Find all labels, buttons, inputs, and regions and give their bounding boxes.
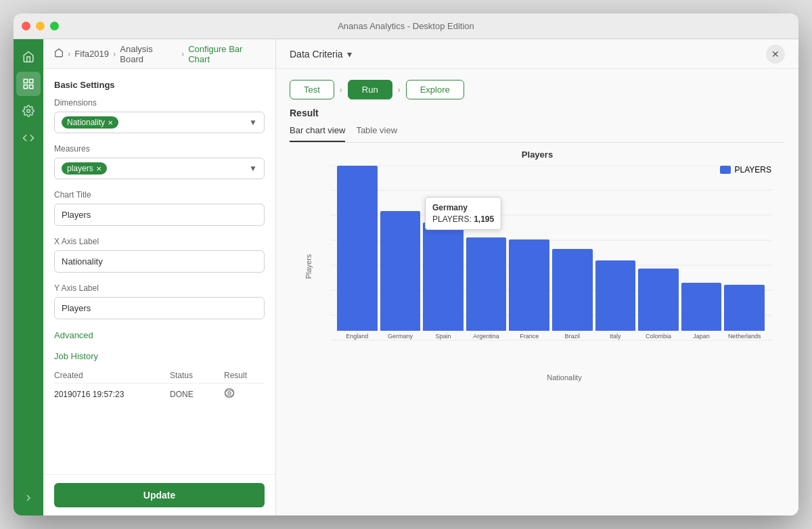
- sidebar-icon-code[interactable]: [16, 126, 41, 150]
- measure-tag-label: players: [67, 164, 93, 173]
- y-axis-group: Y Axis Label: [54, 283, 265, 319]
- bar-france[interactable]: [509, 239, 549, 331]
- sidebar-icon-chart[interactable]: [16, 72, 41, 96]
- svg-point-4: [27, 110, 30, 113]
- update-button-wrap: Update: [43, 474, 275, 515]
- measures-arrow: ▼: [249, 164, 257, 173]
- explore-button[interactable]: Explore: [406, 80, 464, 99]
- job-created: 20190716 19:57:23: [54, 390, 170, 399]
- svg-rect-1: [30, 79, 33, 83]
- test-button[interactable]: Test: [290, 80, 334, 99]
- chart-title-group: Chart Title: [54, 190, 265, 226]
- sidebar-icon-settings[interactable]: [16, 99, 41, 123]
- bar-germany[interactable]: [380, 211, 421, 331]
- bar-netherlands[interactable]: [724, 285, 765, 331]
- data-criteria: Data Criteria ▾: [290, 49, 352, 60]
- sidebar-icon-home[interactable]: [16, 45, 41, 69]
- dimensions-dropdown[interactable]: Nationality ✕ ▼: [54, 112, 265, 133]
- bars-area: EnglandGermanySpainArgentinaFranceBrazil…: [330, 165, 771, 340]
- bar-label-brazil: Brazil: [565, 333, 581, 340]
- bar-argentina[interactable]: [466, 237, 507, 331]
- breadcrumb-home[interactable]: [54, 48, 64, 60]
- pipeline: Test › Run › Explore: [276, 69, 798, 108]
- left-content: Basic Settings Dimensions Nationality ✕ …: [43, 69, 275, 474]
- left-panel: › Fifa2019 › Analysis Board › Configure …: [43, 39, 276, 515]
- bar-label-italy: Italy: [610, 333, 621, 340]
- job-result-icon[interactable]: [224, 388, 265, 400]
- result-label: Result: [290, 108, 785, 118]
- tab-bar-chart[interactable]: Bar chart view: [290, 125, 345, 142]
- x-axis-label: Nationality: [357, 373, 771, 382]
- basic-settings-title: Basic Settings: [54, 80, 265, 90]
- bar-col-japan: Japan: [681, 165, 722, 340]
- x-axis-input[interactable]: [54, 250, 265, 273]
- job-table-row: 20190716 19:57:23 DONE: [54, 384, 265, 405]
- measures-dropdown[interactable]: players ✕ ▼: [54, 158, 265, 179]
- measures-label: Measures: [54, 144, 265, 154]
- svg-rect-2: [24, 85, 27, 89]
- bar-brazil[interactable]: [552, 249, 593, 331]
- dimensions-label: Dimensions: [54, 98, 265, 108]
- breadcrumb-configure[interactable]: Configure Bar Chart: [188, 44, 265, 64]
- app-body: › Fifa2019 › Analysis Board › Configure …: [14, 39, 798, 515]
- update-button[interactable]: Update: [54, 483, 265, 507]
- bar-label-france: France: [520, 333, 539, 340]
- pipe-arrow-1: ›: [340, 85, 342, 95]
- chart-title-display: Players: [290, 150, 785, 160]
- sidebar-icon-expand[interactable]: [16, 486, 41, 510]
- breadcrumb-fifa[interactable]: Fifa2019: [74, 49, 109, 59]
- job-status: DONE: [170, 390, 224, 399]
- result-section: Result Bar chart view Table view Players…: [276, 108, 798, 515]
- breadcrumb-analysis[interactable]: Analysis Board: [120, 44, 177, 64]
- x-axis-group: X Axis Label: [54, 237, 265, 273]
- window-title: Ananas Analytics - Desktop Edition: [338, 21, 474, 31]
- bar-label-argentina: Argentina: [473, 333, 499, 340]
- bar-col-italy: Italy: [595, 165, 636, 340]
- measure-tag: players ✕: [62, 162, 107, 175]
- bar-colombia[interactable]: [638, 269, 679, 331]
- dimension-tag-close[interactable]: ✕: [108, 119, 113, 127]
- breadcrumb-sep-3: ›: [181, 49, 184, 59]
- y-axis-label: Players: [304, 254, 313, 279]
- run-button[interactable]: Run: [348, 80, 392, 99]
- window-controls: [22, 22, 59, 30]
- dimension-tag-label: Nationality: [67, 118, 105, 127]
- data-criteria-label: Data Criteria: [290, 49, 343, 60]
- bar-label-spain: Spain: [435, 333, 451, 340]
- close-window-button[interactable]: [22, 22, 30, 30]
- minimize-window-button[interactable]: [36, 22, 45, 30]
- bar-spain[interactable]: [423, 223, 464, 331]
- tab-table[interactable]: Table view: [356, 125, 397, 142]
- bar-col-england: England: [337, 165, 378, 340]
- bar-italy[interactable]: [595, 260, 636, 331]
- bar-japan[interactable]: [681, 283, 722, 331]
- measure-tag-close[interactable]: ✕: [96, 165, 102, 172]
- bar-col-france: France: [509, 165, 549, 340]
- bar-england[interactable]: [337, 166, 378, 331]
- y-axis-label-label: Y Axis Label: [54, 283, 265, 293]
- bar-label-colombia: Colombia: [646, 333, 671, 340]
- chart-title-input[interactable]: [54, 204, 265, 226]
- breadcrumb: › Fifa2019 › Analysis Board › Configure …: [43, 39, 275, 69]
- bar-col-colombia: Colombia: [638, 165, 679, 340]
- job-table-header: Created Status Result: [54, 368, 265, 384]
- bar-col-brazil: Brazil: [552, 165, 593, 340]
- close-button[interactable]: ✕: [766, 45, 785, 64]
- job-history-title: Job History: [54, 351, 265, 361]
- svg-rect-3: [30, 85, 33, 89]
- view-tabs: Bar chart view Table view: [290, 125, 785, 143]
- main-header: Data Criteria ▾ ✕: [276, 39, 798, 69]
- y-axis-input[interactable]: [54, 297, 265, 319]
- bar-label-japan: Japan: [693, 333, 710, 340]
- col-status: Status: [170, 371, 224, 380]
- app-window: Ananas Analytics - Desktop Edition: [14, 14, 798, 515]
- bar-label-england: England: [346, 333, 368, 340]
- data-criteria-chevron[interactable]: ▾: [347, 49, 352, 60]
- maximize-window-button[interactable]: [50, 22, 59, 30]
- advanced-link[interactable]: Advanced: [54, 330, 265, 340]
- main-panel: Data Criteria ▾ ✕ Test › Run › Explore R…: [276, 39, 798, 515]
- breadcrumb-sep-1: ›: [68, 49, 70, 59]
- svg-rect-0: [24, 79, 27, 83]
- dimension-tag: Nationality ✕: [62, 116, 118, 129]
- bar-label-netherlands: Netherlands: [728, 333, 761, 340]
